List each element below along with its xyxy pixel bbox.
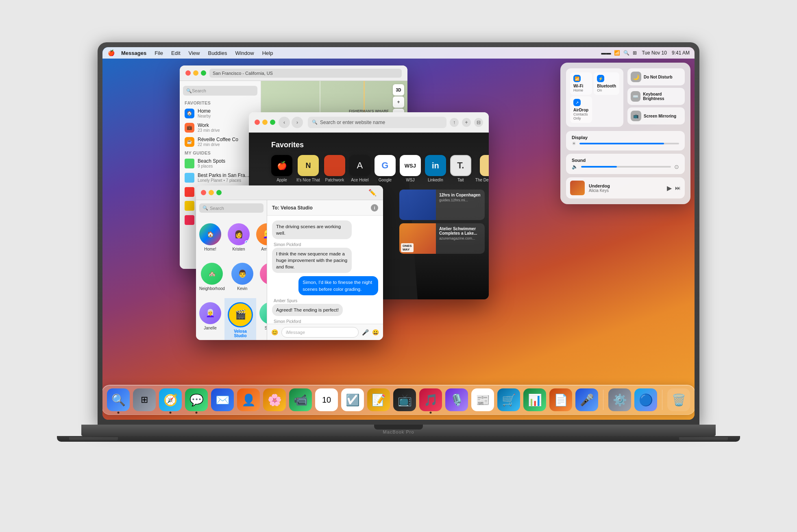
messages-fullscreen-button[interactable] xyxy=(216,190,222,195)
safari-card-atelier[interactable]: ONESWAY Atelier Schwimmer Completes a La… xyxy=(399,223,485,254)
safari-add-tab-button[interactable]: + xyxy=(462,118,471,127)
cc-now-playing[interactable]: Underdog Alicia Keys ▶ ⏭ xyxy=(566,177,685,198)
fav-patchwork[interactable]: Patchwork xyxy=(324,155,345,182)
safari-minimize-button[interactable] xyxy=(262,120,268,125)
dock-photos[interactable]: 🌸 xyxy=(263,388,286,411)
dock-contacts[interactable]: 👤 xyxy=(237,388,260,411)
maps-minimize-button[interactable] xyxy=(193,70,198,76)
safari-close-button[interactable] xyxy=(255,120,260,125)
dock-podcasts[interactable]: 🎙️ xyxy=(445,388,468,411)
messages-contact-velosa[interactable]: 🎬 Velosa Studio xyxy=(224,298,256,340)
control-center-icon[interactable]: ⊞ xyxy=(633,50,637,56)
menu-app-name[interactable]: Messages xyxy=(118,49,150,57)
fav-tait[interactable]: T. Tait xyxy=(450,155,471,182)
fav-apple[interactable]: 🍎 Apple xyxy=(271,155,292,182)
dock-sysprefs[interactable]: ⚙️ xyxy=(608,388,631,411)
search-menu-icon[interactable]: 🔍 xyxy=(623,50,629,56)
fav-linkedin[interactable]: in LinkedIn xyxy=(425,155,446,182)
menu-file[interactable]: File xyxy=(151,49,166,57)
messages-chat-header: To: Velosa Studio i xyxy=(267,200,383,216)
messages-compose-button[interactable]: ✏️ xyxy=(367,187,378,198)
dock-tv[interactable]: 📺 xyxy=(393,388,416,411)
dock-safari[interactable]: 🧭 xyxy=(159,388,182,411)
maps-fullscreen-button[interactable] xyxy=(201,70,206,76)
menu-help[interactable]: Help xyxy=(259,49,277,57)
cc-network-widget[interactable]: 📶 Wi-Fi Home ⚡ Bluetooth xyxy=(566,68,623,127)
cc-keyboard-btn[interactable]: ⌨️ Keyboard Brightness xyxy=(627,88,685,105)
messages-contact-amber[interactable]: 👱‍♀️ Amber xyxy=(253,219,267,255)
cc-play-pause-button[interactable]: ▶ xyxy=(667,184,672,192)
messages-audio-button[interactable]: 🎤 xyxy=(362,329,369,336)
dock-notes[interactable]: 📝 xyxy=(367,388,390,411)
messages-emoji2-button[interactable]: 😀 xyxy=(372,329,379,336)
dock-music-icon: 🎵 xyxy=(424,393,438,407)
cc-mirroring-btn[interactable]: 📺 Screen Mirroring xyxy=(627,107,685,124)
dock-facetime[interactable]: 📹 xyxy=(289,388,312,411)
messages-chat-info-button[interactable]: i xyxy=(371,204,378,211)
fav-wsj[interactable]: WSJ WSJ xyxy=(400,155,421,182)
dock-trash[interactable]: 🗑️ xyxy=(667,388,690,411)
menu-window[interactable]: Window xyxy=(232,49,257,57)
cc-sound-slider[interactable] xyxy=(581,166,671,168)
menu-view[interactable]: View xyxy=(185,49,203,57)
dock-reminders[interactable]: ☑️ xyxy=(341,388,364,411)
maps-3d-button[interactable]: 3D xyxy=(393,84,404,96)
wifi-icon[interactable]: 📶 xyxy=(614,50,620,56)
messages-contact-kevin-label: Kevin xyxy=(237,286,247,291)
battery-icon[interactable]: ▬▬ xyxy=(601,50,611,56)
dock-news[interactable]: 📰 xyxy=(471,388,494,411)
fav-nicehat[interactable]: N It's Nice That xyxy=(296,155,320,182)
messages-contact-janelle[interactable]: 👩‍🦳 Janelle xyxy=(196,298,224,340)
dock-calendar[interactable]: 10 xyxy=(315,388,338,411)
safari-favorites-label: Favorites xyxy=(271,141,466,149)
safari-fullscreen-button[interactable] xyxy=(270,120,275,125)
dock-finder[interactable]: 🔍 xyxy=(107,388,130,411)
cc-bluetooth-btn[interactable]: ⚡ Bluetooth On xyxy=(594,72,619,95)
dock-music[interactable]: 🎵 xyxy=(419,388,442,411)
dock-launchpad[interactable]: ⊞ xyxy=(133,388,156,411)
messages-contact-simon[interactable]: 👨‍🦱 Simon xyxy=(256,298,267,340)
dock-appstore[interactable]: 🛒 xyxy=(497,388,520,411)
maps-hiking-icon xyxy=(185,187,194,197)
menu-buddies[interactable]: Buddies xyxy=(205,49,230,57)
maps-address-bar[interactable]: San Francisco - California, US xyxy=(209,69,402,78)
messages-search-input[interactable]: 🔍 Search xyxy=(199,203,263,213)
dock-siri[interactable]: 🔵 xyxy=(634,388,657,411)
dock-pages[interactable]: 📄 xyxy=(549,388,572,411)
safari-share-button[interactable]: ↑ xyxy=(450,118,459,127)
cc-airdrop-btn[interactable]: ↗ AirDrop Contacts Only xyxy=(570,96,592,123)
messages-contact-kristen[interactable]: 👩 Kristen xyxy=(224,219,253,255)
messages-close-button[interactable] xyxy=(201,190,206,195)
messages-emoji-button[interactable]: 😊 xyxy=(271,329,278,336)
maps-close-button[interactable] xyxy=(185,70,191,76)
cc-airplay-icon[interactable]: ⊙ xyxy=(674,164,679,170)
safari-sidebar-button[interactable]: ⊟ xyxy=(474,118,483,127)
fav-designfiles[interactable]: The Design Files xyxy=(475,155,489,182)
dock-keynote[interactable]: 🎤 xyxy=(575,388,598,411)
safari-forward-button[interactable]: › xyxy=(292,117,303,128)
messages-window[interactable]: ✏️ 🔍 Search xyxy=(196,185,383,340)
messages-contact-home[interactable]: 🏠 Home! xyxy=(196,219,224,255)
safari-url-bar[interactable]: 🔍 Search or enter website name xyxy=(308,117,446,128)
macbook-outer: 🍎 Messages File Edit View Buddies Window… xyxy=(98,42,699,490)
cc-skip-forward-button[interactable]: ⏭ xyxy=(675,185,681,191)
dock-messages[interactable]: 💬 xyxy=(185,388,208,411)
cc-wifi-btn[interactable]: 📶 Wi-Fi Home xyxy=(570,72,592,95)
maps-search-input[interactable]: 🔍 Search xyxy=(183,86,257,96)
menu-edit[interactable]: Edit xyxy=(168,49,183,57)
messages-contact-ivy[interactable]: 👩‍🦱 Ivy xyxy=(257,259,267,295)
messages-minimize-button[interactable] xyxy=(209,190,214,195)
fav-acehotel[interactable]: A Ace Hotel xyxy=(349,155,370,182)
cc-dnd-btn[interactable]: 🌙 Do Not Disturb xyxy=(627,68,685,85)
maps-zoom-in[interactable]: + xyxy=(393,96,404,108)
fav-google[interactable]: G Google xyxy=(375,155,396,182)
messages-contact-neighborhood[interactable]: 🏘️ Neighborhood xyxy=(196,259,228,295)
safari-back-button[interactable]: ‹ xyxy=(279,117,290,128)
dock-numbers[interactable]: 📊 xyxy=(523,388,546,411)
messages-imessage-input[interactable]: iMessage xyxy=(281,327,359,338)
safari-card-copenhagen[interactable]: 12hrs in Copenhagen guides.12hrs.mi... xyxy=(399,190,485,220)
cc-display-slider[interactable] xyxy=(579,143,679,144)
dock-mail[interactable]: ✉️ xyxy=(211,388,234,411)
messages-contact-kevin[interactable]: 👨 Kevin xyxy=(228,259,257,295)
apple-menu-icon[interactable]: 🍎 xyxy=(107,49,115,57)
